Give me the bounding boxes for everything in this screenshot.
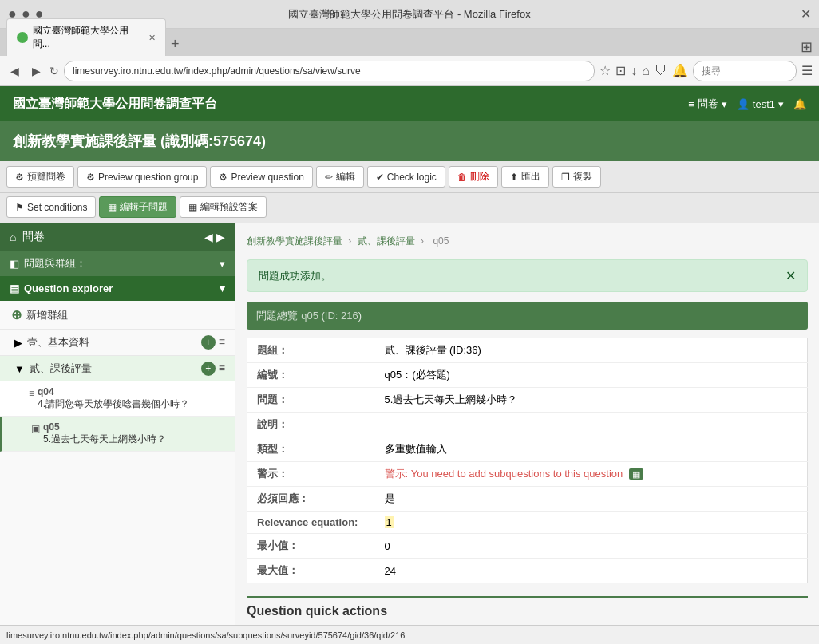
table-row-type: 類型： 多重數值輸入: [247, 437, 808, 462]
question-row-q05[interactable]: ▣ q05 5.過去七天每天上網幾小時？: [0, 417, 235, 452]
group-1-label: 壹、基本資料: [27, 335, 196, 350]
expand-icon-1: ▶: [14, 337, 22, 349]
q04-text: 4.請問您每天放學後唸書幾個小時？: [38, 397, 189, 411]
star-icon[interactable]: ☆: [599, 63, 611, 78]
preview-q-icon: ⚙: [219, 172, 228, 183]
desc-value: [375, 413, 808, 437]
sidebar-survey-label: 問卷: [22, 230, 45, 244]
overview-title: 問題總覽: [256, 310, 298, 322]
q05-id: q05: [43, 421, 166, 433]
list-icon-1[interactable]: ≡: [219, 335, 225, 350]
shield-icon[interactable]: ⛉: [655, 64, 667, 78]
warning-value: 警示: You need to add subquestions to this…: [375, 462, 808, 487]
header-right: ≡ 問卷 ▾ 👤 test1 ▾ 🔔: [688, 97, 806, 111]
bell-icon[interactable]: 🔔: [672, 63, 688, 78]
explorer-icon: ▤: [10, 282, 19, 294]
search-input[interactable]: [693, 61, 797, 81]
active-tab[interactable]: 國立臺灣師範大學公用問... ✕: [6, 18, 166, 56]
question-value: 5.過去七天每天上網幾小時？: [375, 388, 808, 413]
conditions-icon: ⚑: [15, 202, 24, 213]
tab-close-button[interactable]: ✕: [148, 33, 156, 43]
menu-icon[interactable]: ☰: [801, 63, 813, 78]
mandatory-label: 必須回應：: [247, 487, 375, 512]
export-button[interactable]: ⬆ 匯出: [501, 166, 549, 188]
desc-label: 說明：: [247, 413, 375, 437]
type-label: 類型：: [247, 437, 375, 462]
sidebar-next-arrow[interactable]: ▶: [216, 231, 225, 243]
close-button[interactable]: ✕: [801, 6, 811, 22]
grid-icon[interactable]: ⊞: [801, 38, 813, 56]
alert-close-button[interactable]: ✕: [785, 268, 796, 283]
q05-text: 5.過去七天每天上網幾小時？: [43, 433, 166, 446]
back-button[interactable]: ◀: [6, 63, 23, 79]
user-icon: 👤: [737, 98, 750, 110]
question-explorer[interactable]: ▤ Question explorer ▾: [0, 276, 235, 301]
house-icon[interactable]: ⌂: [642, 64, 650, 78]
max-value: 24: [375, 559, 808, 583]
preview-survey-button[interactable]: ⚙ 預覽問卷: [6, 166, 74, 188]
add-item-1[interactable]: +: [201, 335, 216, 350]
q04-id: q04: [38, 386, 189, 397]
table-row-warning: 警示： 警示: You need to add subquestions to …: [247, 462, 808, 487]
copy-button[interactable]: ❐ 複製: [552, 166, 601, 188]
preview-group-button[interactable]: ⚙ Preview question group: [77, 166, 207, 188]
action-bar-2: ⚑ Set conditions ▦ 編輯子問題 ▦ 編輯預設答案: [0, 193, 819, 223]
new-tab-button[interactable]: +: [166, 36, 184, 53]
table-row-min: 最小值： 0: [247, 534, 808, 559]
action-bar: ⚙ 預覽問卷 ⚙ Preview question group ⚙ Previe…: [0, 161, 819, 193]
edit-subquestions-button[interactable]: ▦ 編輯子問題: [99, 196, 176, 218]
browser-title: 國立臺灣師範大學公用問卷調查平台 - Mozilla Firefox: [275, 7, 543, 22]
sidebar-group-1[interactable]: ▶ 壹、基本資料 + ≡: [0, 329, 235, 355]
edit-defaults-button[interactable]: ▦ 編輯預設答案: [180, 196, 267, 218]
survey-title-bar: 創新教學實施課後評量 (識別碼:575674): [0, 121, 819, 161]
list-icon-2[interactable]: ≡: [219, 362, 225, 376]
preview-question-button[interactable]: ⚙ Preview question: [210, 166, 312, 188]
notification-bell[interactable]: 🔔: [793, 98, 806, 110]
section-header: 問題總覽 q05 (ID: 216): [247, 302, 808, 330]
q04-content: q04 4.請問您每天放學後唸書幾個小時？: [38, 386, 189, 411]
question-row-q04[interactable]: ≡ q04 4.請問您每天放學後唸書幾個小時？: [0, 381, 235, 417]
breadcrumb-link-2[interactable]: 貳、課後評量: [358, 235, 415, 247]
user-nav[interactable]: 👤 test1 ▾: [737, 98, 784, 110]
min-value: 0: [375, 534, 808, 559]
add-item-2[interactable]: +: [201, 362, 216, 376]
check-logic-button[interactable]: ✔ Check logic: [367, 166, 445, 188]
status-url: limesurvey.iro.ntnu.edu.tw/index.php/adm…: [6, 630, 405, 640]
table-row-code: 編號： q05：(必答題): [247, 363, 808, 388]
forward-button[interactable]: ▶: [28, 63, 45, 79]
sidebar-survey-nav[interactable]: ⌂ 問卷 ◀ ▶: [0, 223, 235, 251]
survey-nav[interactable]: ≡ 問卷 ▾: [688, 97, 727, 111]
export-icon: ⬆: [510, 172, 518, 183]
add-group-item[interactable]: ⊕ 新增群組: [0, 301, 235, 329]
warning-icon: ▦: [629, 468, 643, 480]
reload-button[interactable]: ↻: [49, 65, 59, 77]
table-row-question: 問題： 5.過去七天每天上網幾小時？: [247, 388, 808, 413]
group-1-icons: + ≡: [201, 335, 225, 350]
set-conditions-button[interactable]: ⚑ Set conditions: [6, 196, 96, 218]
content-area: 創新教學實施課後評量 › 貳、課後評量 › q05 問題成功添加。 ✕ 問題總覽…: [235, 223, 819, 625]
delete-button[interactable]: 🗑 刪除: [449, 166, 498, 188]
sidebar-section[interactable]: ◧ 問題與群組： ▾: [0, 251, 235, 276]
home-icon[interactable]: ⊡: [615, 63, 626, 78]
edit-button[interactable]: ✏ 編輯: [316, 166, 364, 188]
download-icon[interactable]: ↓: [631, 64, 637, 78]
table-row-mandatory: 必須回應： 是: [247, 487, 808, 512]
breadcrumb: 創新教學實施課後評量 › 貳、課後評量 › q05: [247, 231, 808, 251]
breadcrumb-sep-1: ›: [348, 235, 351, 247]
min-label: 最小值：: [247, 534, 375, 559]
table-row-relevance: Relevance equation: 1: [247, 512, 808, 534]
mandatory-value: 是: [375, 487, 808, 512]
explorer-arrow: ▾: [220, 282, 225, 294]
breadcrumb-link-1[interactable]: 創新教學實施課後評量: [247, 235, 342, 247]
sidebar-prev-arrow[interactable]: ◀: [204, 231, 213, 243]
sidebar: ⌂ 問卷 ◀ ▶ ◧ 問題與群組： ▾ ▤ Question explorer …: [0, 223, 235, 625]
check-icon: ✔: [376, 172, 384, 183]
tab-favicon: [17, 32, 28, 43]
gear-icon: ⚙: [15, 172, 24, 183]
quick-actions-title: Question quick actions: [247, 596, 808, 625]
url-input[interactable]: [64, 61, 595, 81]
code-value: q05：(必答題): [375, 363, 808, 388]
sidebar-group-2[interactable]: ▼ 貳、課後評量 + ≡: [0, 355, 235, 381]
success-alert: 問題成功添加。 ✕: [247, 259, 808, 292]
app-header: 國立臺灣師範大學公用問卷調查平台 ≡ 問卷 ▾ 👤 test1 ▾ 🔔: [0, 86, 819, 121]
